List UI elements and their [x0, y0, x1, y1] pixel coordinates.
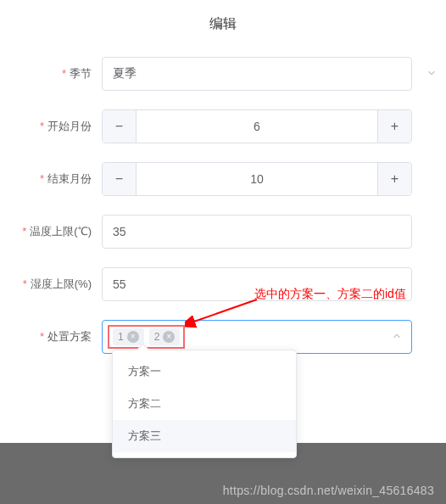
end-month-value[interactable]: 10: [137, 163, 377, 195]
dropdown-option[interactable]: 方案二: [113, 388, 296, 420]
start-month-label: *开始月份: [17, 119, 102, 134]
field-humidity-limit: *湿度上限(%) 55: [17, 267, 412, 301]
dropdown-option[interactable]: 方案一: [113, 356, 296, 388]
tag: 1 ×: [113, 328, 144, 345]
chevron-up-icon: [391, 330, 403, 344]
season-select[interactable]: 夏季: [102, 57, 412, 91]
decrement-button[interactable]: −: [103, 110, 137, 143]
field-season: *季节 夏季: [17, 57, 412, 91]
tag: 2 ×: [149, 328, 181, 345]
increment-button[interactable]: +: [377, 110, 411, 143]
temp-limit-label: *温度上限(℃): [17, 224, 102, 239]
start-month-value[interactable]: 6: [137, 110, 377, 143]
humidity-limit-label: *湿度上限(%): [17, 277, 102, 292]
watermark: https://blog.csdn.net/weixin_45616483: [223, 484, 434, 497]
plan-dropdown: 方案一 方案二 方案三: [112, 350, 297, 458]
end-month-stepper[interactable]: − 10 +: [102, 162, 412, 196]
dropdown-option[interactable]: 方案三: [113, 420, 296, 452]
decrement-button[interactable]: −: [103, 163, 137, 195]
humidity-limit-value: 55: [113, 277, 126, 291]
close-icon[interactable]: ×: [163, 331, 175, 343]
chevron-down-icon: [426, 67, 438, 81]
field-plan: *处置方案 1 × 2 ×: [17, 320, 412, 354]
annotation-highlight-box: 1 × 2 ×: [108, 325, 185, 349]
plan-label: *处置方案: [17, 329, 102, 344]
temp-limit-value: 35: [113, 225, 126, 238]
season-value: 夏季: [113, 66, 137, 81]
humidity-limit-input[interactable]: 55: [102, 267, 412, 301]
end-month-label: *结束月份: [17, 171, 102, 187]
field-start-month: *开始月份 − 6 +: [17, 109, 412, 143]
close-icon[interactable]: ×: [127, 331, 139, 343]
field-end-month: *结束月份 − 10 +: [17, 162, 412, 196]
start-month-stepper[interactable]: − 6 +: [102, 109, 412, 143]
season-label: *季节: [17, 66, 102, 81]
edit-form: *季节 夏季 *开始月份 − 6 + *结束月份 − 10 +: [0, 40, 446, 354]
page-title: 编辑: [0, 0, 446, 40]
temp-limit-input[interactable]: 35: [102, 215, 412, 249]
increment-button[interactable]: +: [377, 163, 411, 195]
field-temp-limit: *温度上限(℃) 35: [17, 215, 412, 249]
